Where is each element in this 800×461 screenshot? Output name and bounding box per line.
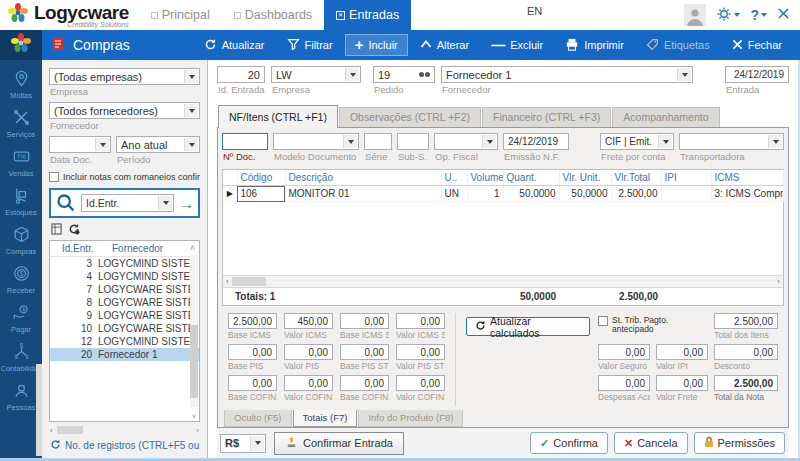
sidebar-item-midias[interactable]: Mídias (0, 66, 42, 104)
atualizar-button[interactable]: Atualizar (194, 33, 275, 58)
user-avatar[interactable] (684, 4, 706, 26)
total-dos-itens-field[interactable]: 2.500,00 (714, 313, 778, 329)
tree-row[interactable]: 12LOGYCMIND SISTEMAS LT (50, 335, 199, 348)
confirma-button[interactable]: ✓ Confirma (530, 432, 608, 454)
desconto-field[interactable]: 0,00 (714, 344, 778, 360)
tab-acompanhamento[interactable]: Acompanhamento (612, 107, 719, 127)
valor-cofins-st-field[interactable]: 0,00 (396, 375, 445, 391)
grid-layout-icon[interactable] (51, 223, 62, 237)
tree-row[interactable]: 4LOGYCMIND SISTEMAS LT (50, 270, 199, 283)
valor-pis-field[interactable]: 0,00 (284, 344, 333, 360)
subtab-oculto[interactable]: Oculto (F5) (224, 410, 292, 427)
col-ipi[interactable]: IPI (661, 170, 711, 186)
frete-por-conta-select[interactable]: CIF | Emit. (600, 133, 674, 150)
modelo-documento-select[interactable] (273, 133, 359, 150)
fornecedor-combo[interactable]: Fornecedor 1 (441, 66, 693, 83)
etiquetas-button[interactable]: Etiquetas (636, 33, 720, 58)
transportadora-select[interactable] (679, 133, 784, 150)
valor-ipi-field[interactable]: 0,00 (656, 344, 708, 360)
tree-row[interactable]: 10LOGYCWARE SISTEMAS L (50, 322, 199, 335)
grid-row[interactable]: ▶ 106 MONITOR 01 UN 1 50,0000 50,0000 2.… (223, 186, 783, 202)
col-codigo[interactable]: Código (237, 170, 285, 186)
tree-row[interactable]: 9LOGYCWARE SISTEMAS L (50, 309, 199, 322)
tree-col-id[interactable]: Id.Entr. (62, 243, 100, 254)
entrada-date-field[interactable]: 24/12/2019 (725, 66, 789, 83)
sidebar-item-servicos[interactable]: Serviços (0, 105, 42, 143)
cell-u[interactable]: UN (441, 186, 467, 202)
col-descricao[interactable]: Descrição (285, 170, 441, 186)
cell-ipi[interactable] (661, 186, 711, 202)
currency-select[interactable]: R$ (220, 434, 266, 453)
col-vlr-total[interactable]: Vlr.Total (611, 170, 661, 186)
cell-vlr-total[interactable]: 2.500,00 (611, 186, 661, 202)
base-icms-field[interactable]: 2.500,00 (228, 313, 277, 329)
tab-observacoes[interactable]: Observações (CTRL +F2) (339, 107, 481, 127)
records-count-link[interactable]: No. de registros (CTRL+F5 ou cliq... (49, 437, 200, 454)
cell-descricao[interactable]: MONITOR 01 (285, 186, 441, 202)
scroll-thumb[interactable] (232, 277, 266, 286)
empresa-select[interactable]: LW (271, 66, 361, 83)
sidebar-scrollbar[interactable] (36, 364, 42, 456)
tab-financeiro[interactable]: Financeiro (CTRL +F3) (482, 107, 611, 127)
serie-input[interactable] (364, 133, 392, 150)
scroll-right-icon[interactable]: › (777, 277, 780, 286)
periodo-select[interactable]: Ano atual (116, 136, 200, 153)
scroll-thumb[interactable] (57, 426, 83, 434)
st-trib-checkbox[interactable] (598, 316, 608, 326)
imprimir-button[interactable]: Imprimir (555, 33, 634, 58)
subtab-totais[interactable]: Totais (F7) (293, 410, 358, 427)
cell-volume[interactable]: 1 (467, 186, 503, 202)
col-volume[interactable]: Volume (467, 170, 503, 186)
id-entrada-field[interactable]: 20 (217, 66, 265, 83)
valor-pis-st-field[interactable]: 0,00 (396, 344, 445, 360)
grid-header-row[interactable]: Código Descrição U.. Volume Quant. Vlr. … (223, 170, 783, 186)
tree-row[interactable]: 7LOGYCWARE SISTEMAS L (50, 283, 199, 296)
incluir-button[interactable]: + Incluir (345, 34, 408, 56)
valor-icms-st-field[interactable]: 0,00 (396, 313, 445, 329)
base-cofins-field[interactable]: 0,00 (228, 375, 277, 391)
cancela-button[interactable]: ✕ Cancela (614, 432, 688, 454)
op-fiscal-select[interactable] (434, 133, 498, 150)
tab-principal[interactable]: Principal (139, 0, 222, 30)
sidebar-item-receber[interactable]: $ Receber (0, 261, 42, 299)
tab-dashboards[interactable]: Dashboards (222, 0, 324, 30)
tree-row[interactable]: 3LOGYCMIND SISTEMAS LT (50, 257, 199, 270)
base-pis-field[interactable]: 0,00 (228, 344, 277, 360)
tree-col-fornecedor[interactable]: Fornecedor (112, 243, 163, 254)
col-u[interactable]: U.. (441, 170, 467, 186)
sidebar-item-estoques[interactable]: Estoques (0, 183, 42, 221)
help-button[interactable]: ? (750, 7, 767, 23)
tree-scroll-down-icon[interactable]: ˅ (189, 413, 199, 420)
settings-button[interactable] (716, 6, 740, 25)
base-pis-st-field[interactable]: 0,00 (340, 344, 389, 360)
fornecedor-filter-select[interactable]: (Todos fornecedores) (49, 102, 200, 119)
subtab-info-produto[interactable]: Info do Produto (F8) (358, 410, 463, 427)
tree-row[interactable]: 8LOGYCWARE SISTEMAS L (50, 296, 199, 309)
valor-icms-field[interactable]: 450,00 (284, 313, 333, 329)
excluir-button[interactable]: — Excluir (481, 34, 553, 56)
tree-header[interactable]: Id.Entr. Fornecedor ˄ (50, 241, 199, 257)
refresh-layout-icon[interactable] (68, 223, 80, 237)
filtrar-button[interactable]: Filtrar (277, 33, 343, 58)
scroll-left-icon[interactable]: ‹ (226, 277, 229, 286)
language-indicator[interactable]: EN (527, 5, 542, 17)
sidebar-item-vendas[interactable]: !% Vendas (0, 144, 42, 182)
tree-row-selected[interactable]: 20Fornecedor 1 (50, 348, 199, 361)
valor-seguro-field[interactable]: 0,00 (598, 344, 650, 360)
n-doc-input[interactable] (222, 133, 268, 150)
atualizar-calculados-button[interactable]: Atualizar calculados (466, 317, 590, 336)
despesas-aces-field[interactable]: 0,00 (598, 375, 650, 391)
base-icms-st-field[interactable]: 0,00 (340, 313, 389, 329)
confirmar-entrada-button[interactable]: Confirmar Entrada (274, 432, 404, 455)
tree-horizontal-scrollbar[interactable]: ‹ › (50, 425, 199, 435)
valor-frete-field[interactable]: 0,00 (656, 375, 708, 391)
tab-entradas[interactable]: Entradas (324, 0, 411, 30)
base-cofins-st-field[interactable]: 0,00 (340, 375, 389, 391)
grid-empty-area[interactable] (223, 202, 783, 275)
total-da-nota-field[interactable]: 2.500,00 (714, 375, 778, 391)
scroll-left-icon[interactable]: ‹ (50, 426, 53, 435)
pedido-field[interactable]: 19 (373, 66, 435, 83)
emissao-nf-field[interactable]: 24/12/2019 (503, 133, 569, 150)
data-doc-select[interactable] (49, 136, 111, 153)
tab-nf-itens[interactable]: NF/Itens (CTRL +F1) (218, 105, 338, 128)
